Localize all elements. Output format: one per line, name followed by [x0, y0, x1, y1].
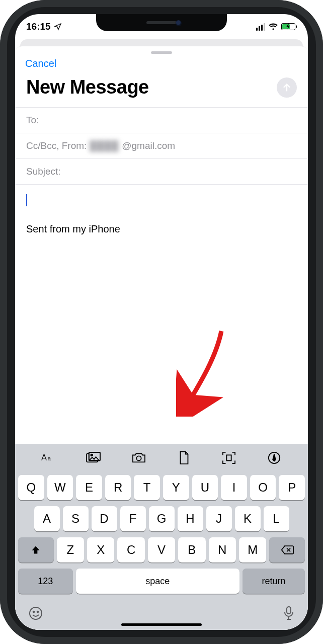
key-z[interactable]: Z — [57, 537, 84, 562]
key-k[interactable]: K — [235, 506, 261, 531]
key-d[interactable]: D — [92, 506, 117, 531]
phone-frame: 16:15 — [0, 0, 323, 644]
key-q[interactable]: Q — [18, 475, 44, 500]
key-c[interactable]: C — [117, 537, 144, 562]
key-y[interactable]: Y — [163, 475, 189, 500]
key-f[interactable]: F — [120, 506, 146, 531]
cancel-button[interactable]: Cancel — [15, 56, 66, 76]
key-h[interactable]: H — [178, 506, 203, 531]
from-domain: @gmail.com — [122, 140, 175, 151]
key-i[interactable]: I — [221, 475, 247, 500]
shift-key[interactable] — [18, 537, 54, 562]
ccbcc-from-label: Cc/Bcc, From: — [26, 140, 87, 151]
shift-icon — [31, 545, 41, 555]
svg-rect-7 — [227, 455, 231, 460]
svg-text:a: a — [48, 455, 51, 461]
keyboard-row-2: ASDFGHJKL — [18, 506, 305, 531]
key-b[interactable]: B — [178, 537, 205, 562]
dictation-button[interactable] — [283, 606, 295, 623]
key-l[interactable]: L — [264, 506, 289, 531]
svg-point-5 — [91, 454, 93, 456]
svg-point-6 — [137, 456, 141, 460]
wifi-icon — [268, 23, 278, 31]
attach-document-button[interactable] — [173, 447, 195, 469]
notch — [96, 14, 227, 31]
signature-text: Sent from my iPhone — [26, 223, 297, 235]
microphone-icon — [283, 606, 295, 621]
annotation-arrow — [176, 326, 236, 419]
key-n[interactable]: N — [209, 537, 236, 562]
sheet-grabber[interactable] — [151, 51, 172, 54]
scan-document-button[interactable] — [218, 447, 240, 469]
space-key[interactable]: space — [76, 569, 240, 594]
svg-point-9 — [30, 607, 42, 619]
key-m[interactable]: M — [239, 537, 266, 562]
key-u[interactable]: U — [192, 475, 218, 500]
key-g[interactable]: G — [149, 506, 175, 531]
key-t[interactable]: T — [134, 475, 160, 500]
markup-button[interactable] — [263, 447, 285, 469]
to-field[interactable]: To: — [15, 107, 308, 133]
to-label: To: — [26, 115, 39, 126]
numbers-key[interactable]: 123 — [18, 569, 73, 594]
emoji-button[interactable] — [28, 606, 43, 623]
battery-icon — [281, 23, 297, 30]
svg-point-10 — [33, 611, 35, 613]
send-button[interactable] — [277, 77, 297, 98]
arrow-up-icon — [281, 82, 292, 93]
key-p[interactable]: P — [279, 475, 305, 500]
keyboard-row-bottom: 123 space return — [18, 569, 305, 594]
backspace-key[interactable] — [269, 537, 305, 562]
subject-label: Subject: — [26, 166, 61, 177]
cellular-signal-icon — [256, 23, 265, 31]
compose-sheet: Cancel New Message To: Cc/Bcc, From: ███… — [15, 46, 308, 630]
key-j[interactable]: J — [206, 506, 232, 531]
backspace-icon — [281, 545, 294, 555]
return-key[interactable]: return — [243, 569, 305, 594]
key-w[interactable]: W — [47, 475, 73, 500]
svg-point-11 — [37, 611, 39, 613]
key-v[interactable]: V — [148, 537, 175, 562]
keyboard: Aa — [15, 444, 308, 630]
keyboard-toolbar: Aa — [15, 444, 308, 472]
keyboard-row-1: QWERTYUIOP — [18, 475, 305, 500]
status-time: 16:15 — [26, 21, 51, 32]
keyboard-row-3: ZXCVBNM — [18, 537, 305, 562]
home-indicator[interactable] — [121, 623, 202, 626]
screen: 16:15 — [15, 14, 308, 630]
key-o[interactable]: O — [250, 475, 276, 500]
insert-photo-button[interactable] — [83, 447, 105, 469]
compose-title: New Message — [26, 76, 149, 98]
format-text-button[interactable]: Aa — [38, 447, 60, 469]
key-x[interactable]: X — [87, 537, 114, 562]
svg-rect-12 — [287, 607, 291, 614]
message-body[interactable]: Sent from my iPhone — [15, 185, 308, 305]
camera-button[interactable] — [128, 447, 150, 469]
svg-text:A: A — [41, 453, 47, 462]
ccbcc-from-field[interactable]: Cc/Bcc, From: ████@gmail.com — [15, 133, 308, 158]
key-s[interactable]: S — [63, 506, 89, 531]
text-cursor — [26, 194, 27, 206]
key-r[interactable]: R — [105, 475, 131, 500]
emoji-icon — [28, 606, 43, 621]
key-a[interactable]: A — [34, 506, 60, 531]
location-arrow-icon — [54, 23, 62, 31]
subject-field[interactable]: Subject: — [15, 158, 308, 185]
key-e[interactable]: E — [76, 475, 102, 500]
from-redacted: ████ — [90, 140, 119, 151]
